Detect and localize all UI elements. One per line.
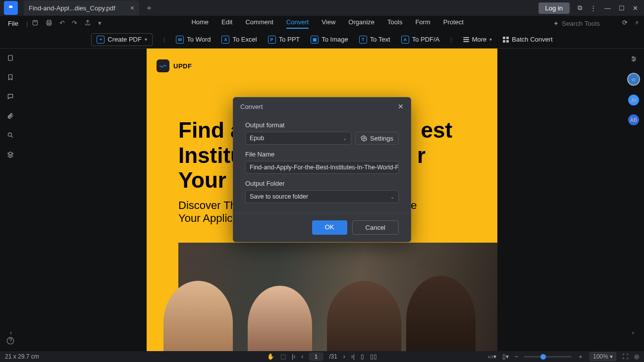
settings-button[interactable]: Settings bbox=[355, 132, 399, 145]
output-format-value: Epub bbox=[250, 135, 264, 142]
window-maximize-icon[interactable]: ☐ bbox=[619, 4, 625, 12]
search-tools[interactable]: ✦ bbox=[553, 20, 611, 27]
screenshot-icon[interactable]: ⧉ bbox=[578, 4, 582, 12]
zoom-in-icon[interactable]: ＋ bbox=[578, 353, 584, 361]
to-word-button[interactable]: WTo Word bbox=[176, 36, 211, 44]
attachment-icon[interactable] bbox=[7, 112, 14, 121]
svg-point-9 bbox=[633, 60, 634, 61]
convert-dialog: Convert ✕ Output format Epub ⌄ Settings … bbox=[233, 97, 411, 242]
menu-edit[interactable]: Edit bbox=[221, 18, 232, 29]
next-page-arrow[interactable]: › bbox=[628, 329, 638, 336]
hand-tool-icon[interactable]: ✋ bbox=[267, 353, 274, 360]
ai-badge[interactable]: AI bbox=[628, 95, 639, 105]
tab-close-icon[interactable]: × bbox=[130, 4, 134, 12]
window-minimize-icon[interactable]: — bbox=[604, 4, 611, 12]
batch-convert-button[interactable]: Batch Convert bbox=[503, 36, 552, 43]
collapse-ribbon-icon[interactable]: 〃 bbox=[634, 19, 640, 28]
search-tools-input[interactable] bbox=[562, 20, 611, 27]
layers-icon[interactable] bbox=[7, 151, 14, 159]
to-excel-button[interactable]: XTo Excel bbox=[221, 36, 257, 44]
to-image-button[interactable]: ▣To Image bbox=[311, 36, 348, 44]
chevron-down-icon: ⌄ bbox=[390, 194, 394, 200]
grid-icon bbox=[503, 37, 509, 43]
menu-bar: File | ↶ ↷ ▾ Home Edit Comment Convert V… bbox=[0, 16, 644, 31]
prev-page-icon[interactable]: ‹ bbox=[301, 353, 303, 360]
bookmark-icon[interactable] bbox=[7, 74, 14, 82]
menu-organize[interactable]: Organize bbox=[348, 18, 375, 29]
to-text-label: To Text bbox=[370, 36, 390, 43]
fit-width-icon[interactable]: ▭▾ bbox=[488, 353, 496, 360]
dialog-title: Convert bbox=[240, 103, 263, 110]
page-number-input[interactable] bbox=[309, 353, 323, 361]
to-image-label: To Image bbox=[322, 36, 348, 43]
main-menu: Home Edit Comment Convert View Organize … bbox=[106, 18, 549, 29]
help-icon[interactable] bbox=[6, 336, 15, 345]
zoom-out-icon[interactable]: − bbox=[515, 353, 518, 360]
fit-page-icon[interactable]: ▯▾ bbox=[502, 353, 509, 360]
document-tab[interactable]: Find-and-Appl...dies_Copy.pdf × bbox=[24, 0, 139, 15]
login-button[interactable]: Log in bbox=[538, 2, 570, 14]
zoom-thumb[interactable] bbox=[540, 354, 546, 360]
prev-page-arrow[interactable]: ‹ bbox=[6, 329, 16, 336]
page-navigator: ✋ ⬚ |‹ ‹ /31 › ›| ▯ ▯▯ bbox=[267, 353, 377, 361]
sparkle-icon: ✦ bbox=[553, 20, 559, 27]
right-panel: w AI AB bbox=[623, 49, 644, 351]
share-icon[interactable] bbox=[84, 19, 91, 28]
user-avatar[interactable]: w bbox=[627, 73, 640, 86]
svg-point-8 bbox=[635, 58, 636, 59]
last-page-icon[interactable]: ›| bbox=[351, 353, 355, 360]
ab-badge[interactable]: AB bbox=[628, 114, 639, 125]
single-page-icon[interactable]: ▯ bbox=[361, 353, 364, 360]
create-pdf-button[interactable]: ＋Create PDF▾ bbox=[91, 33, 153, 46]
chevron-down-icon: ⌄ bbox=[343, 136, 347, 141]
output-folder-select[interactable]: Save to source folder ⌄ bbox=[245, 190, 399, 203]
redo-icon[interactable]: ↷ bbox=[72, 19, 77, 28]
gear-icon bbox=[361, 135, 367, 142]
file-name-input[interactable]: Find-and-Apply-For-the-Best-Institutes-I… bbox=[245, 161, 399, 174]
next-page-icon[interactable]: › bbox=[343, 353, 345, 360]
fullscreen-icon[interactable]: ⛶ bbox=[622, 353, 628, 360]
to-text-button[interactable]: TTo Text bbox=[359, 36, 390, 44]
first-page-icon[interactable]: |‹ bbox=[292, 353, 295, 360]
thumbnails-icon[interactable] bbox=[7, 54, 14, 63]
kebab-menu-icon[interactable]: ⋮ bbox=[590, 4, 596, 12]
ok-button[interactable]: OK bbox=[312, 220, 347, 235]
to-word-label: To Word bbox=[187, 36, 211, 43]
to-ppt-button[interactable]: PTo PPT bbox=[268, 36, 300, 44]
menu-view[interactable]: View bbox=[322, 18, 335, 29]
menu-convert[interactable]: Convert bbox=[286, 18, 309, 29]
undo-icon[interactable]: ↶ bbox=[59, 19, 65, 28]
more-button[interactable]: More▾ bbox=[463, 36, 492, 43]
to-pdfa-button[interactable]: ATo PDF/A bbox=[401, 36, 440, 44]
two-page-icon[interactable]: ▯▯ bbox=[370, 353, 377, 360]
new-tab-button[interactable]: ＋ bbox=[145, 3, 153, 13]
to-ppt-label: To PPT bbox=[279, 36, 300, 43]
menu-form[interactable]: Form bbox=[415, 18, 430, 29]
cancel-button[interactable]: Cancel bbox=[352, 220, 399, 235]
focus-icon[interactable]: ◎ bbox=[634, 353, 639, 360]
properties-icon[interactable] bbox=[630, 55, 637, 64]
save-icon[interactable] bbox=[32, 19, 39, 28]
zoom-slider[interactable] bbox=[524, 356, 572, 358]
output-format-label: Output format bbox=[245, 121, 399, 129]
print-icon[interactable] bbox=[46, 19, 53, 28]
svg-rect-0 bbox=[33, 20, 38, 25]
dialog-close-icon[interactable]: ✕ bbox=[398, 103, 404, 110]
comment-icon[interactable] bbox=[7, 93, 14, 102]
menu-tools[interactable]: Tools bbox=[387, 18, 402, 29]
svg-point-10 bbox=[363, 137, 365, 139]
svg-rect-4 bbox=[8, 55, 12, 61]
menu-comment[interactable]: Comment bbox=[245, 18, 273, 29]
select-tool-icon[interactable]: ⬚ bbox=[280, 353, 286, 360]
search-icon[interactable] bbox=[7, 132, 14, 140]
menu-protect[interactable]: Protect bbox=[443, 18, 464, 29]
output-format-select[interactable]: Epub ⌄ bbox=[245, 132, 351, 145]
zoom-value[interactable]: 100% ▾ bbox=[590, 352, 616, 361]
file-menu[interactable]: File bbox=[4, 20, 22, 27]
menu-home[interactable]: Home bbox=[191, 18, 209, 29]
dropdown-icon[interactable]: ▾ bbox=[98, 19, 102, 28]
to-pdfa-label: To PDF/A bbox=[412, 36, 440, 43]
sync-icon[interactable]: ⟳ bbox=[622, 19, 628, 28]
window-close-icon[interactable]: ✕ bbox=[633, 4, 638, 12]
file-name-label: File Name bbox=[245, 151, 399, 158]
